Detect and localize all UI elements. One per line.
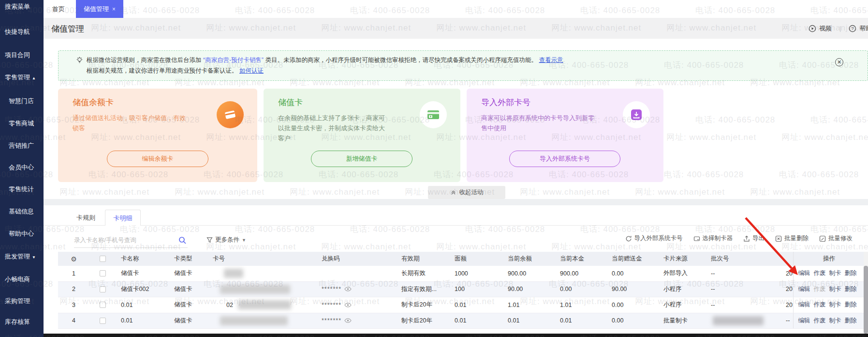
toolbar-button-device[interactable]: 选择制卡器 [693, 234, 733, 243]
toolbar-button-label: 批量删除 [784, 234, 809, 243]
action-作废[interactable]: 作废 [814, 301, 826, 309]
column-header-index[interactable]: ⚙ [58, 252, 89, 266]
how-to-certify-link[interactable]: 如何认证 [239, 67, 264, 74]
row-checkbox[interactable] [100, 318, 106, 324]
sidebar-item-12[interactable]: 批发管理▼ [0, 252, 44, 261]
search-icon[interactable] [178, 236, 187, 246]
action-删除[interactable]: 删除 [845, 317, 857, 325]
svg-text:?: ? [852, 26, 854, 31]
eye-icon[interactable] [344, 287, 352, 291]
action-作废[interactable]: 作废 [814, 285, 826, 293]
cell-validity: 指定有效期... [397, 282, 450, 297]
cell-balance: 1.01 [503, 297, 555, 313]
row-checkbox[interactable] [100, 286, 106, 292]
import-external-cards-button[interactable]: 导入外部系统卡号 [509, 151, 620, 167]
sidebar-item-label: 项目合同 [5, 51, 30, 59]
action-编辑[interactable]: 编辑 [798, 301, 810, 309]
sidebar-item-13[interactable]: 小畅电商 [0, 275, 44, 284]
row-checkbox[interactable] [100, 270, 106, 276]
add-stored-card-button[interactable]: 新增储值卡 [311, 151, 412, 167]
cell-gift: 90.00 [607, 282, 659, 297]
action-制卡[interactable]: 制卡 [829, 269, 841, 277]
toolbar-button-label: 导入外部系统卡号 [634, 234, 683, 243]
action-制卡[interactable]: 制卡 [829, 317, 841, 325]
horizontal-scrollbar[interactable] [44, 334, 868, 337]
column-header-batch: 批次号 [706, 252, 781, 266]
redacted-batch-number [713, 316, 764, 325]
more-filters-button[interactable]: 更多条件 ▼ [206, 236, 246, 244]
sidebar-item-5[interactable]: 智慧门店 [0, 97, 44, 106]
banner-close-icon[interactable]: ✕ [835, 58, 843, 66]
action-制卡[interactable]: 制卡 [829, 301, 841, 309]
sidebar-item-10[interactable]: 基础信息 [0, 207, 44, 216]
action-删除[interactable]: 删除 [845, 269, 857, 277]
cell-name: 0.01 [116, 297, 169, 313]
tab-home[interactable]: 首页 [52, 0, 65, 18]
help-link[interactable]: 帮助 [859, 24, 868, 33]
row-checkbox[interactable] [100, 302, 106, 308]
cell-face: 1000 [450, 266, 503, 281]
cell-principal: 1.01 [555, 297, 607, 313]
toolbar-button-batch-edit[interactable]: 批量修改 [819, 234, 853, 243]
batch-delete-icon [775, 235, 782, 242]
import-icon [623, 101, 650, 128]
banner-text-mid: 类目。未添加的商家，小程序升级时可能被微信审核拒绝，请尽快完成备案或关闭小程序端… [265, 57, 537, 63]
sidebar-item-9[interactable]: 零售统计 [0, 185, 44, 194]
banner-text-2: 根据相关规范，建议你进行单用途商业预付卡备案认证。 [87, 67, 238, 74]
cell-principal: 0.00 [555, 282, 607, 297]
column-header-face: 面额 [450, 252, 503, 266]
help-icon[interactable]: ? [849, 25, 856, 32]
titlebar-divider: | [839, 25, 841, 32]
search-input[interactable] [74, 233, 171, 247]
tab-stored-value[interactable]: 储值管理× [76, 0, 123, 18]
collapse-label: 收起活动 [459, 188, 484, 197]
card-import-external: 导入外部卡号 商家可以将原有系统中的卡号导入到新零售中使用 导入外部系统卡号 [467, 89, 663, 182]
action-删除[interactable]: 删除 [845, 301, 857, 309]
sidebar-item-15[interactable]: 库存核算 [0, 318, 44, 326]
eye-icon[interactable] [344, 318, 352, 323]
sidebar-item-7[interactable]: 营销推广 [0, 141, 44, 150]
sidebar-item-1[interactable]: 搜索菜单 [0, 2, 44, 11]
column-header-actions: 操作 [793, 252, 865, 266]
cards-table: ⚙卡名称卡类型卡号兑换码有效期面额当前余额当前本金当前赠送金卡片来源批次号操作 … [58, 252, 865, 329]
sidebar-item-3[interactable]: 项目合同 [0, 51, 44, 60]
action-删除[interactable]: 删除 [845, 285, 857, 293]
video-link[interactable]: 视频 [819, 24, 832, 33]
cell-clipped: 20 [781, 297, 793, 313]
toolbar-button-batch-delete[interactable]: 批量删除 [775, 234, 809, 243]
select-all-checkbox[interactable] [100, 256, 106, 262]
edit-balance-card-button[interactable]: 编辑余额卡 [107, 151, 208, 167]
vertical-scrollbar-thumb[interactable] [864, 266, 868, 334]
tab-card-details[interactable]: 卡明细 [105, 210, 141, 226]
column-header-number: 卡号 [208, 252, 317, 266]
collapse-activities-button[interactable]: 收起活动 [428, 186, 505, 199]
column-header-principal: 当前本金 [555, 252, 607, 266]
cell-select [89, 266, 116, 281]
cell-type: 储值卡 [169, 266, 208, 281]
toolbar-button-export[interactable]: 导出 [743, 234, 765, 243]
eye-icon[interactable] [344, 303, 352, 307]
sidebar-item-4[interactable]: 零售管理▲ [0, 73, 44, 82]
toolbar-button-sync[interactable]: 导入外部系统卡号 [625, 234, 683, 243]
sidebar-item-8[interactable]: 会员中心 [0, 163, 44, 172]
tab-card-rules[interactable]: 卡规则 [76, 210, 95, 226]
action-作废[interactable]: 作废 [814, 317, 826, 325]
cell-code [317, 266, 397, 281]
action-编辑[interactable]: 编辑 [798, 317, 810, 325]
sidebar-item-11[interactable]: 帮助中心 [0, 230, 44, 238]
action-作废[interactable]: 作废 [814, 269, 826, 277]
action-编辑[interactable]: 编辑 [798, 269, 810, 277]
column-header-select[interactable] [89, 252, 116, 266]
gear-icon[interactable]: ⚙ [71, 255, 77, 263]
video-icon[interactable] [809, 25, 816, 32]
sidebar-item-2[interactable]: 快捷导航 [0, 28, 44, 36]
action-制卡[interactable]: 制卡 [829, 285, 841, 293]
view-example-link[interactable]: 查看示意 [539, 57, 563, 63]
cell-source: 外部导入 [659, 266, 706, 281]
tabs-underline [44, 225, 868, 226]
sidebar-item-6[interactable]: 零售商城 [0, 119, 44, 128]
sidebar-item-14[interactable]: 采购管理 [0, 297, 44, 306]
cell-actions: 编辑作废制卡删除 [793, 313, 865, 329]
tab-close-icon[interactable]: × [112, 6, 116, 13]
action-编辑[interactable]: 编辑 [798, 285, 810, 293]
